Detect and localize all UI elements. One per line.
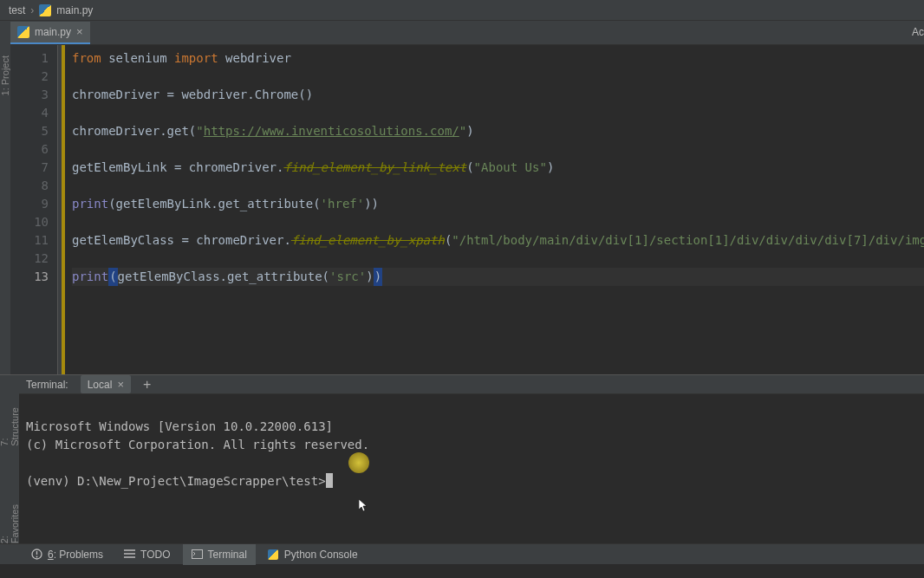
- code-editor[interactable]: 12345678910111213 from selenium import w…: [10, 45, 924, 374]
- code-line[interactable]: [72, 250, 924, 268]
- terminal-header: Terminal: Local × +: [19, 375, 924, 394]
- terminal-tab-local[interactable]: Local ×: [81, 375, 131, 393]
- code-line[interactable]: print(getElemByLink.get_attribute('href'…: [72, 195, 924, 213]
- code-line[interactable]: [72, 68, 924, 86]
- breadcrumb-file[interactable]: main.py: [56, 4, 93, 16]
- left-tool-strip-lower: 7: Structure 2: Favorites: [0, 375, 19, 543]
- code-line[interactable]: from selenium import webdriver: [72, 49, 924, 68]
- editor-tab-label: main.py: [35, 26, 71, 38]
- code-line[interactable]: print(getElemByClass.get_attribute('src'…: [72, 268, 924, 286]
- tool-project[interactable]: 1: Project: [0, 55, 10, 95]
- breadcrumb: test › main.py: [0, 0, 924, 21]
- terminal-cursor: [326, 473, 333, 488]
- left-tool-strip: 1: Project: [0, 21, 10, 374]
- breadcrumb-root[interactable]: test: [9, 4, 25, 16]
- terminal-content[interactable]: Microsoft Windows [Version 10.0.22000.61…: [19, 394, 924, 550]
- code-line[interactable]: getElemByLink = chromeDriver.find_elemen…: [72, 159, 924, 177]
- terminal-title: Terminal:: [26, 379, 68, 391]
- mouse-cursor-icon: [359, 463, 368, 475]
- tool-favorites[interactable]: 2: Favorites: [0, 498, 20, 543]
- editor-tab-main[interactable]: main.py ×: [10, 22, 90, 44]
- close-icon[interactable]: ×: [117, 378, 124, 391]
- terminal-tab-label: Local: [88, 379, 113, 391]
- code-line[interactable]: [72, 104, 924, 122]
- python-file-icon: [17, 26, 29, 38]
- code-line[interactable]: getElemByClass = chromeDriver.find_eleme…: [72, 231, 924, 250]
- code-line[interactable]: [72, 177, 924, 195]
- tool-structure[interactable]: 7: Structure: [0, 401, 20, 446]
- terminal-line: (c) Microsoft Corporation. All rights re…: [26, 438, 369, 451]
- add-terminal-icon[interactable]: +: [143, 377, 151, 393]
- terminal-prompt: (venv) D:\New_Project\ImageScrapper\test…: [26, 474, 326, 488]
- chevron-right-icon: ›: [30, 4, 34, 16]
- notification-trim: Ac: [912, 21, 924, 43]
- python-file-icon: [39, 4, 51, 16]
- editor-tab-bar: main.py ×: [10, 21, 924, 45]
- close-icon[interactable]: ×: [76, 25, 83, 38]
- line-gutter: 12345678910111213: [10, 45, 58, 374]
- code-line[interactable]: [72, 213, 924, 231]
- code-line[interactable]: chromeDriver = webdriver.Chrome(): [72, 86, 924, 104]
- code-line[interactable]: [72, 140, 924, 159]
- terminal-line: Microsoft Windows [Version 10.0.22000.61…: [26, 419, 333, 433]
- svg-rect-6: [192, 550, 202, 559]
- svg-point-2: [36, 556, 38, 558]
- code-content[interactable]: from selenium import webdriverchromeDriv…: [65, 45, 924, 374]
- code-line[interactable]: chromeDriver.get("https://www.inventicos…: [72, 122, 924, 140]
